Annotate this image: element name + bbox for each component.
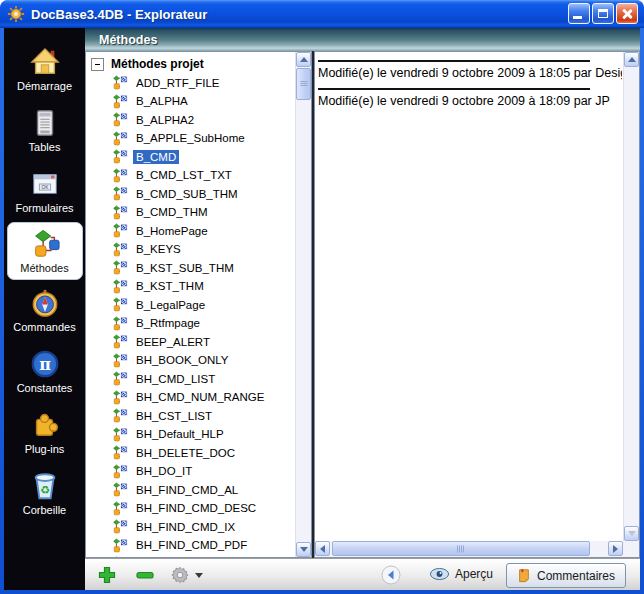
tree-root-row[interactable]: Méthodes projet xyxy=(86,55,295,74)
method-icon xyxy=(112,538,128,553)
sidebar-item-label: Méthodes xyxy=(20,262,68,274)
tree-item[interactable]: ADD_RTF_FILE xyxy=(86,74,295,93)
tree-item-label[interactable]: BH_DELETE_DOC xyxy=(133,446,238,460)
tree-item-label[interactable]: BEEP_ALERT xyxy=(133,335,213,349)
tree-item-label[interactable]: B_KST_THM xyxy=(133,279,207,293)
minimize-icon xyxy=(573,16,582,19)
scroll-up-button[interactable] xyxy=(296,52,311,67)
tree-item[interactable]: BH_CMD_LIST xyxy=(86,370,295,389)
tree-item-label[interactable]: BH_CMD_NUM_RANGE xyxy=(133,390,267,404)
tree-item[interactable]: BH_DO_IT xyxy=(86,462,295,481)
tree-item[interactable]: BH_FIND_CMD_DESC xyxy=(86,499,295,518)
tree-vertical-scrollbar[interactable] xyxy=(295,52,311,557)
tree-item-label[interactable]: B_Rtfmpage xyxy=(133,316,203,330)
tree-item-label[interactable]: B_APPLE_SubHome xyxy=(133,131,248,145)
tree-item[interactable]: B_KEYS xyxy=(86,240,295,259)
tree-item[interactable]: B_LegalPage xyxy=(86,296,295,315)
tree-item[interactable]: B_CMD_THM xyxy=(86,203,295,222)
tree-item[interactable]: B_CMD xyxy=(86,148,295,167)
collapse-toggle-icon[interactable] xyxy=(91,58,104,71)
tree-item-label[interactable]: BH_CST_LIST xyxy=(133,409,215,423)
tree-item[interactable]: BH_FIND_CMD_AL xyxy=(86,481,295,500)
tree-item[interactable]: B_APPLE_SubHome xyxy=(86,129,295,148)
sidebar-item-plugins[interactable]: Plug-ins xyxy=(8,402,82,463)
remove-method-button[interactable] xyxy=(135,565,155,585)
detail-horizontal-scrollbar[interactable] xyxy=(315,541,623,557)
tree-item[interactable]: B_KST_SUB_THM xyxy=(86,259,295,278)
tree-item-label[interactable]: ADD_RTF_FILE xyxy=(133,76,223,90)
method-icon xyxy=(112,464,128,479)
tree-item[interactable]: BH_Default_HLP xyxy=(86,425,295,444)
tree-item[interactable]: B_Rtfmpage xyxy=(86,314,295,333)
tree-item-label[interactable]: B_HomePage xyxy=(133,224,211,238)
tree-item-label[interactable]: B_CMD_SUB_THM xyxy=(133,187,241,201)
scroll-down-button[interactable] xyxy=(624,526,639,541)
tree-item[interactable]: BH_FIND_CMD_IX xyxy=(86,518,295,537)
modification-history: Modifié(e) le vendredi 9 octobre 2009 à … xyxy=(318,55,622,540)
trash-icon: ♻ xyxy=(30,471,60,501)
tree-item-label[interactable]: BH_BOOK_ONLY xyxy=(133,353,231,367)
settings-menu-button[interactable] xyxy=(171,566,203,584)
tree-item-label[interactable]: BH_CMD_LIST xyxy=(133,372,218,386)
method-icon xyxy=(112,242,128,257)
method-icon xyxy=(112,75,128,90)
sidebar-item-demarrage[interactable]: Démarrage xyxy=(8,39,82,100)
tree-item[interactable]: B_CMD_SUB_THM xyxy=(86,185,295,204)
sidebar-item-tables[interactable]: Tables xyxy=(8,100,82,161)
tree-item[interactable]: B_ALPHA2 xyxy=(86,111,295,130)
maximize-button[interactable] xyxy=(592,3,614,24)
sidebar-item-formulaires[interactable]: OKFormulaires xyxy=(8,161,82,222)
sidebar-item-constantes[interactable]: πConstantes xyxy=(8,341,82,402)
method-icon xyxy=(112,297,128,312)
method-icon xyxy=(112,316,128,331)
method-icon xyxy=(112,149,128,164)
tree-item-label[interactable]: BH_FIND_CMD_PDF xyxy=(133,538,250,552)
method-icon xyxy=(112,260,128,275)
sidebar-item-label: Constantes xyxy=(17,382,73,394)
scroll-down-button[interactable] xyxy=(296,542,311,557)
tree-item-label[interactable]: BH_FIND_CMD_AL xyxy=(133,483,241,497)
method-icon xyxy=(112,353,128,368)
scroll-left-button[interactable] xyxy=(315,541,330,556)
scroll-up-button[interactable] xyxy=(624,52,639,67)
tree-item[interactable]: B_HomePage xyxy=(86,222,295,241)
tree-item[interactable]: BH_CST_LIST xyxy=(86,407,295,426)
tree-item-label[interactable]: B_KST_SUB_THM xyxy=(133,261,237,275)
tree-item[interactable]: BEEP_ALERT xyxy=(86,333,295,352)
comments-button[interactable]: Commentaires xyxy=(506,563,626,588)
tree-item-label[interactable]: BH_DO_IT xyxy=(133,464,195,478)
thumb-grip xyxy=(300,81,307,87)
tree-item[interactable]: B_KST_THM xyxy=(86,277,295,296)
tree-item[interactable]: B_CMD_LST_TXT xyxy=(86,166,295,185)
scrollbar-thumb[interactable] xyxy=(332,541,590,556)
tree-item-label[interactable]: B_ALPHA xyxy=(133,94,191,108)
collapse-panel-button[interactable] xyxy=(381,565,401,585)
close-button[interactable] xyxy=(616,3,638,24)
minimize-button[interactable] xyxy=(568,3,590,24)
scrollbar-thumb[interactable] xyxy=(296,68,311,100)
sidebar-item-corbeille[interactable]: ♻Corbeille xyxy=(8,463,82,524)
tree-item[interactable]: BH_FIND_CMD_PDF xyxy=(86,536,295,555)
tree-item[interactable]: BH_FONT_NUMS xyxy=(86,555,295,558)
tree-item-label[interactable]: BH_FIND_CMD_DESC xyxy=(133,501,259,515)
title-bar[interactable]: DocBase3.4DB - Explorateur xyxy=(0,0,644,28)
method-icon xyxy=(112,445,128,460)
sidebar-item-methodes[interactable]: Méthodes xyxy=(7,222,83,280)
tree-item-label[interactable]: B_CMD_THM xyxy=(133,205,211,219)
sidebar-item-commandes[interactable]: Commandes xyxy=(8,280,82,341)
tree-item[interactable]: BH_CMD_NUM_RANGE xyxy=(86,388,295,407)
scroll-right-button[interactable] xyxy=(608,541,623,556)
tree-item-label[interactable]: BH_FIND_CMD_IX xyxy=(133,520,238,534)
detail-vertical-scrollbar[interactable] xyxy=(623,52,639,541)
tree-item-label[interactable]: B_CMD_LST_TXT xyxy=(133,168,235,182)
tree-item-label[interactable]: B_CMD xyxy=(133,150,179,164)
tree-item-label[interactable]: B_LegalPage xyxy=(133,298,208,312)
tree-item[interactable]: BH_DELETE_DOC xyxy=(86,444,295,463)
tree-item[interactable]: BH_BOOK_ONLY xyxy=(86,351,295,370)
tree-item[interactable]: B_ALPHA xyxy=(86,92,295,111)
preview-button[interactable]: Aperçu xyxy=(429,567,493,581)
add-method-button[interactable] xyxy=(97,565,117,585)
tree-item-label[interactable]: B_KEYS xyxy=(133,242,184,256)
tree-item-label[interactable]: B_ALPHA2 xyxy=(133,113,197,127)
tree-item-label[interactable]: BH_Default_HLP xyxy=(133,427,227,441)
